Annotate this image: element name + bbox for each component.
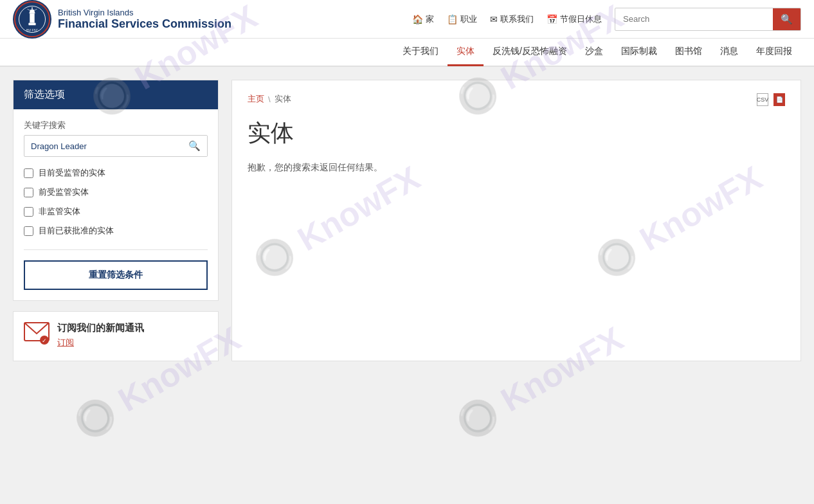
svg-rect-4: [28, 22, 35, 25]
breadcrumb-home-link[interactable]: 主页: [248, 93, 264, 105]
no-results-message: 抱歉，您的搜索未返回任何结果。: [248, 162, 785, 174]
holiday-icon: 📅: [547, 14, 557, 24]
nav-career-link[interactable]: 📋 职业: [447, 14, 477, 25]
breadcrumb-separator: \: [268, 94, 271, 104]
keyword-search-button[interactable]: 🔍: [182, 136, 207, 156]
checkbox-non-regulated-input[interactable]: [24, 207, 33, 217]
content-actions: CSV 📄: [757, 93, 785, 106]
checkbox-previously-regulated-input[interactable]: [24, 188, 33, 197]
checkbox-approved-input[interactable]: [24, 226, 33, 236]
nav-home-link[interactable]: 🏠 家: [412, 14, 434, 25]
csv-label: CSV: [757, 96, 769, 103]
nav-news[interactable]: 消息: [711, 38, 747, 66]
newsletter-title: 订阅我们的新闻通讯: [57, 322, 144, 334]
newsletter-icon: ✓: [24, 322, 50, 350]
keyword-label: 关键字搜索: [24, 120, 208, 131]
header-search-button[interactable]: 🔍: [773, 8, 800, 30]
svg-text:✓: ✓: [42, 338, 47, 344]
nav-entity[interactable]: 实体: [448, 38, 484, 66]
checkbox-currently-regulated[interactable]: 目前受监管的实体: [24, 167, 208, 179]
header-search-box: 🔍: [615, 8, 801, 31]
checkbox-previously-regulated-label: 前受监管实体: [39, 186, 89, 198]
checkbox-non-regulated[interactable]: 非监管实体: [24, 206, 208, 217]
logo-line2: Financial Services Commission: [58, 17, 231, 31]
filter-box: 筛选选项 关键字搜索 🔍 目前受监管的实体 前受监管实体: [13, 80, 219, 301]
page-title: 实体: [248, 118, 785, 149]
svg-rect-2: [30, 13, 34, 22]
pdf-download-button[interactable]: 📄: [773, 93, 785, 106]
nav-contact-link[interactable]: ✉ 联系我们: [490, 14, 534, 25]
logo-area: BVI FSC British Virgin Islands Financial…: [13, 0, 231, 39]
newsletter-subscribe-link[interactable]: 订阅: [57, 338, 74, 347]
checkbox-currently-regulated-label: 目前受监管的实体: [39, 167, 105, 179]
checkbox-approved-label: 目前已获批准的实体: [39, 225, 114, 237]
checkbox-non-regulated-label: 非监管实体: [39, 206, 80, 217]
nav-sandbox[interactable]: 沙盒: [576, 38, 612, 66]
nav-library[interactable]: 图书馆: [666, 38, 711, 66]
sidebar: 筛选选项 关键字搜索 🔍 目前受监管的实体 前受监管实体: [13, 80, 219, 361]
filter-title: 筛选选项: [14, 80, 218, 109]
reset-filter-button[interactable]: 重置筛选条件: [24, 260, 208, 290]
newsletter-box: ✓ 订阅我们的新闻通讯 订阅: [13, 311, 219, 361]
main-content: 主页 \ 实体 CSV 📄 实体 抱歉，您的搜索未返回任何结果。: [231, 80, 801, 361]
checkbox-list: 目前受监管的实体 前受监管实体 非监管实体 目前已获批准的实体: [24, 167, 208, 237]
filter-divider: [24, 249, 208, 250]
top-links: 🏠 家 📋 职业 ✉ 联系我们 📅 节假日休息: [412, 14, 602, 25]
header-search-input[interactable]: [615, 9, 773, 29]
breadcrumb-current: 实体: [275, 93, 291, 105]
nav-career-label: 职业: [460, 14, 477, 25]
nav-contact-label: 联系我们: [500, 14, 534, 25]
nav-sanctions[interactable]: 国际制裁: [612, 38, 666, 66]
nav-aml[interactable]: 反洗钱/反恐怖融资: [484, 38, 576, 66]
csv-icon: CSV: [757, 93, 768, 106]
contact-icon: ✉: [490, 14, 498, 24]
top-bar: BVI FSC British Virgin Islands Financial…: [0, 0, 814, 39]
main-nav: 关于我们 实体 反洗钱/反恐怖融资 沙盒 国际制裁 图书馆 消息 年度回报: [0, 39, 814, 67]
career-icon: 📋: [447, 14, 458, 24]
csv-download-button[interactable]: CSV: [757, 93, 768, 106]
nav-holiday-label: 节假日休息: [560, 14, 602, 25]
home-icon: 🏠: [412, 14, 423, 24]
nav-annual[interactable]: 年度回报: [747, 38, 801, 66]
filter-content: 关键字搜索 🔍 目前受监管的实体 前受监管实体: [14, 109, 218, 300]
breadcrumb: 主页 \ 实体: [248, 93, 785, 105]
top-right-area: 🏠 家 📋 职业 ✉ 联系我们 📅 节假日休息 🔍: [412, 8, 801, 31]
newsletter-text: 订阅我们的新闻通讯 订阅: [57, 322, 144, 348]
nav-holiday-link[interactable]: 📅 节假日休息: [547, 14, 602, 25]
checkbox-previously-regulated[interactable]: 前受监管实体: [24, 186, 208, 198]
pdf-icon: 📄: [773, 93, 785, 106]
nav-home-label: 家: [426, 14, 434, 25]
logo-icon: BVI FSC: [13, 0, 51, 39]
keyword-search-row: 🔍: [24, 135, 208, 157]
svg-text:BVI FSC: BVI FSC: [26, 28, 39, 32]
keyword-search-input[interactable]: [24, 137, 182, 156]
checkbox-currently-regulated-input[interactable]: [24, 168, 33, 178]
logo-line1: British Virgin Islands: [58, 8, 231, 17]
nav-about[interactable]: 关于我们: [393, 38, 448, 66]
page-body: 筛选选项 关键字搜索 🔍 目前受监管的实体 前受监管实体: [0, 67, 814, 374]
checkbox-approved[interactable]: 目前已获批准的实体: [24, 225, 208, 237]
logo-text: British Virgin Islands Financial Service…: [58, 8, 231, 31]
